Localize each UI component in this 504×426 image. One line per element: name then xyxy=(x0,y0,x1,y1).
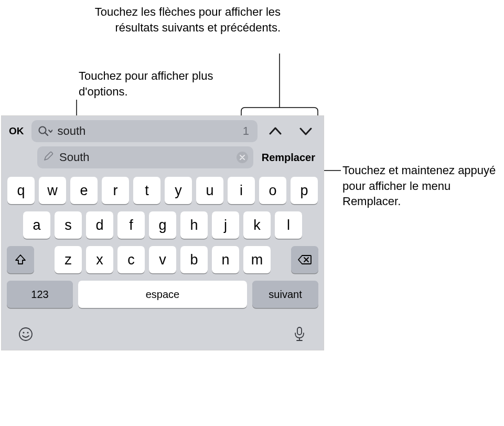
find-replace-bar: OK south 1 xyxy=(2,116,324,173)
key-h[interactable]: h xyxy=(180,211,208,239)
key-b[interactable]: b xyxy=(180,246,208,273)
ok-button[interactable]: OK xyxy=(7,123,26,139)
svg-point-4 xyxy=(19,328,32,340)
key-e[interactable]: e xyxy=(70,177,98,204)
key-x[interactable]: x xyxy=(86,246,113,273)
keyboard-toolbar xyxy=(2,321,324,350)
delete-key[interactable] xyxy=(291,246,318,273)
key-p[interactable]: p xyxy=(291,177,318,204)
callout-options-text: Touchez pour afficher plus d'options. xyxy=(79,68,236,99)
callout-replace-text: Touchez et maintenez appuyé pour affiche… xyxy=(342,163,500,209)
key-f[interactable]: f xyxy=(117,211,145,239)
key-r[interactable]: r xyxy=(102,177,129,204)
svg-rect-7 xyxy=(297,327,302,335)
next-result-button[interactable] xyxy=(293,120,318,142)
search-field-container[interactable]: south 1 xyxy=(31,120,258,142)
key-y[interactable]: y xyxy=(165,177,192,204)
match-count: 1 xyxy=(243,124,251,138)
previous-result-button[interactable] xyxy=(263,120,288,142)
key-o[interactable]: o xyxy=(259,177,286,204)
keyboard: qwertyuiop asdfghjkl zxcvbnm 123 espace … xyxy=(2,173,324,321)
key-c[interactable]: c xyxy=(117,246,145,273)
clear-replace-icon[interactable] xyxy=(237,152,248,163)
pencil-icon xyxy=(42,151,54,164)
numbers-key[interactable]: 123 xyxy=(7,281,73,308)
key-m[interactable]: m xyxy=(243,246,271,273)
replace-field-container[interactable]: South xyxy=(37,146,253,168)
key-u[interactable]: u xyxy=(196,177,223,204)
key-z[interactable]: z xyxy=(55,246,82,273)
key-v[interactable]: v xyxy=(149,246,176,273)
key-t[interactable]: t xyxy=(133,177,160,204)
key-w[interactable]: w xyxy=(39,177,66,204)
space-key[interactable]: espace xyxy=(78,281,247,308)
key-l[interactable]: l xyxy=(275,211,302,239)
replace-input[interactable]: South xyxy=(54,151,237,164)
search-options-icon[interactable] xyxy=(38,125,52,137)
key-a[interactable]: a xyxy=(23,211,50,239)
key-k[interactable]: k xyxy=(243,211,271,239)
svg-point-5 xyxy=(23,332,24,333)
key-d[interactable]: d xyxy=(86,211,113,239)
key-i[interactable]: i xyxy=(228,177,255,204)
key-n[interactable]: n xyxy=(212,246,239,273)
next-key[interactable]: suivant xyxy=(252,281,318,308)
key-s[interactable]: s xyxy=(55,211,82,239)
key-g[interactable]: g xyxy=(149,211,176,239)
device-panel: OK south 1 xyxy=(1,115,324,350)
shift-key[interactable] xyxy=(7,246,34,273)
dictation-icon[interactable] xyxy=(291,326,308,343)
key-j[interactable]: j xyxy=(212,211,239,239)
svg-line-3 xyxy=(45,133,48,135)
key-q[interactable]: q xyxy=(7,177,35,204)
emoji-icon[interactable] xyxy=(17,326,34,343)
callout-arrows-text: Touchez les flèches pour afficher les ré… xyxy=(94,4,281,35)
svg-point-6 xyxy=(27,332,28,333)
search-input[interactable]: south xyxy=(52,124,243,138)
replace-button[interactable]: Remplacer xyxy=(259,152,318,164)
